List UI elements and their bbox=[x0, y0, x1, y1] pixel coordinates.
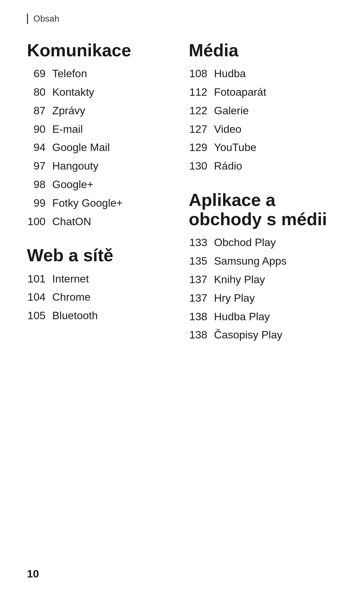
toc-label: Fotoaparát bbox=[214, 85, 266, 100]
two-column-layout: Komunikace 69 Telefon 80 Kontakty 87 Zpr… bbox=[27, 41, 344, 359]
list-item: 135 Samsung Apps bbox=[189, 253, 344, 269]
toc-label: YouTube bbox=[214, 140, 256, 155]
toc-number: 69 bbox=[27, 66, 46, 81]
toc-number: 135 bbox=[189, 253, 207, 269]
list-item: 137 Knihy Play bbox=[189, 272, 344, 287]
toc-label: Video bbox=[214, 122, 241, 137]
section-media: Média 108 Hudba 112 Fotoaparát 122 Galer… bbox=[189, 41, 344, 174]
toc-label: Zprávy bbox=[52, 103, 85, 118]
toc-number: 138 bbox=[189, 309, 207, 324]
toc-number: 80 bbox=[27, 85, 46, 100]
toc-label: Rádio bbox=[214, 158, 242, 174]
toc-label: Hry Play bbox=[214, 291, 255, 306]
toc-label: Časopisy Play bbox=[214, 327, 282, 342]
list-item: 105 Bluetooth bbox=[27, 308, 189, 323]
toc-label: Telefon bbox=[52, 66, 87, 81]
section-title-media: Média bbox=[189, 41, 344, 60]
toc-number: 130 bbox=[189, 158, 207, 174]
toc-list-komunikace: 69 Telefon 80 Kontakty 87 Zprávy 90 E-ma… bbox=[27, 66, 189, 229]
header-bar: Obsah bbox=[27, 13, 344, 24]
list-item: 98 Google+ bbox=[27, 177, 189, 192]
toc-number: 104 bbox=[27, 290, 46, 305]
list-item: 127 Video bbox=[189, 122, 344, 137]
toc-number: 137 bbox=[189, 291, 207, 306]
toc-label: Galerie bbox=[214, 103, 249, 118]
toc-label: Internet bbox=[52, 271, 89, 287]
toc-label: Knihy Play bbox=[214, 272, 265, 287]
toc-number: 108 bbox=[189, 66, 207, 81]
list-item: 80 Kontakty bbox=[27, 85, 189, 100]
section-title-web: Web a sítě bbox=[27, 246, 189, 265]
section-komunikace: Komunikace 69 Telefon 80 Kontakty 87 Zpr… bbox=[27, 41, 189, 229]
toc-list-media: 108 Hudba 112 Fotoaparát 122 Galerie 127… bbox=[189, 66, 344, 174]
page-container: Obsah Komunikace 69 Telefon 80 Kontakty bbox=[0, 0, 364, 597]
list-item: 87 Zprávy bbox=[27, 103, 189, 118]
toc-label: Hudba Play bbox=[214, 309, 270, 324]
list-item: 108 Hudba bbox=[189, 66, 344, 81]
toc-label: Google+ bbox=[52, 177, 93, 192]
toc-number: 99 bbox=[27, 196, 46, 211]
toc-number: 105 bbox=[27, 308, 46, 323]
toc-label: Chrome bbox=[52, 290, 91, 305]
toc-number: 138 bbox=[189, 327, 207, 342]
list-item: 112 Fotoaparát bbox=[189, 85, 344, 100]
toc-number: 87 bbox=[27, 103, 46, 118]
toc-list-aplikace: 133 Obchod Play 135 Samsung Apps 137 Kni… bbox=[189, 235, 344, 342]
toc-label: E-mail bbox=[52, 122, 83, 137]
list-item: 138 Časopisy Play bbox=[189, 327, 344, 342]
toc-number: 127 bbox=[189, 122, 207, 137]
toc-label: Google Mail bbox=[52, 140, 110, 155]
toc-label: Samsung Apps bbox=[214, 253, 286, 269]
toc-label: Hangouty bbox=[52, 158, 98, 174]
list-item: 99 Fotky Google+ bbox=[27, 196, 189, 211]
toc-number: 137 bbox=[189, 272, 207, 287]
section-title-aplikace: Aplikace a obchody s médii bbox=[189, 190, 344, 229]
toc-label: Fotky Google+ bbox=[52, 196, 123, 211]
toc-number: 94 bbox=[27, 140, 46, 155]
list-item: 90 E-mail bbox=[27, 122, 189, 137]
list-item: 122 Galerie bbox=[189, 103, 344, 118]
right-column: Média 108 Hudba 112 Fotoaparát 122 Galer… bbox=[189, 41, 344, 359]
toc-number: 101 bbox=[27, 271, 46, 287]
toc-number: 97 bbox=[27, 158, 46, 174]
list-item: 137 Hry Play bbox=[189, 291, 344, 306]
toc-label: Kontakty bbox=[52, 85, 94, 100]
toc-number: 129 bbox=[189, 140, 207, 155]
list-item: 97 Hangouty bbox=[27, 158, 189, 174]
list-item: 133 Obchod Play bbox=[189, 235, 344, 250]
toc-label: Hudba bbox=[214, 66, 246, 81]
toc-label: Obchod Play bbox=[214, 235, 276, 250]
left-column: Komunikace 69 Telefon 80 Kontakty 87 Zpr… bbox=[27, 41, 189, 359]
toc-number: 100 bbox=[27, 214, 46, 229]
toc-number: 90 bbox=[27, 122, 46, 137]
toc-list-web: 101 Internet 104 Chrome 105 Bluetooth bbox=[27, 271, 189, 323]
toc-number: 133 bbox=[189, 235, 207, 250]
toc-number: 98 bbox=[27, 177, 46, 192]
section-title-komunikace: Komunikace bbox=[27, 41, 189, 60]
section-web-a-site: Web a sítě 101 Internet 104 Chrome 105 B… bbox=[27, 246, 189, 323]
list-item: 104 Chrome bbox=[27, 290, 189, 305]
list-item: 69 Telefon bbox=[27, 66, 189, 81]
page-number: 10 bbox=[27, 568, 39, 580]
header-label: Obsah bbox=[33, 13, 59, 24]
list-item: 94 Google Mail bbox=[27, 140, 189, 155]
list-item: 130 Rádio bbox=[189, 158, 344, 174]
toc-label: Bluetooth bbox=[52, 308, 98, 323]
list-item: 101 Internet bbox=[27, 271, 189, 287]
list-item: 100 ChatON bbox=[27, 214, 189, 229]
section-aplikace: Aplikace a obchody s médii 133 Obchod Pl… bbox=[189, 190, 344, 342]
toc-number: 112 bbox=[189, 85, 207, 100]
toc-number: 122 bbox=[189, 103, 207, 118]
toc-label: ChatON bbox=[52, 214, 91, 229]
list-item: 138 Hudba Play bbox=[189, 309, 344, 324]
list-item: 129 YouTube bbox=[189, 140, 344, 155]
